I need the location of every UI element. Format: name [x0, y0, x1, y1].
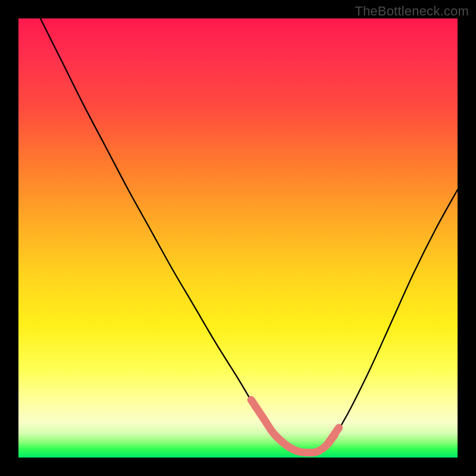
highlight-segment — [251, 400, 334, 453]
plot-area — [18, 18, 458, 458]
watermark-text: TheBottleneck.com — [355, 4, 469, 19]
curve-svg — [18, 18, 458, 458]
chart-frame: TheBottleneck.com — [0, 0, 476, 476]
highlight-dash — [328, 428, 339, 443]
bottleneck-curve — [40, 18, 458, 453]
